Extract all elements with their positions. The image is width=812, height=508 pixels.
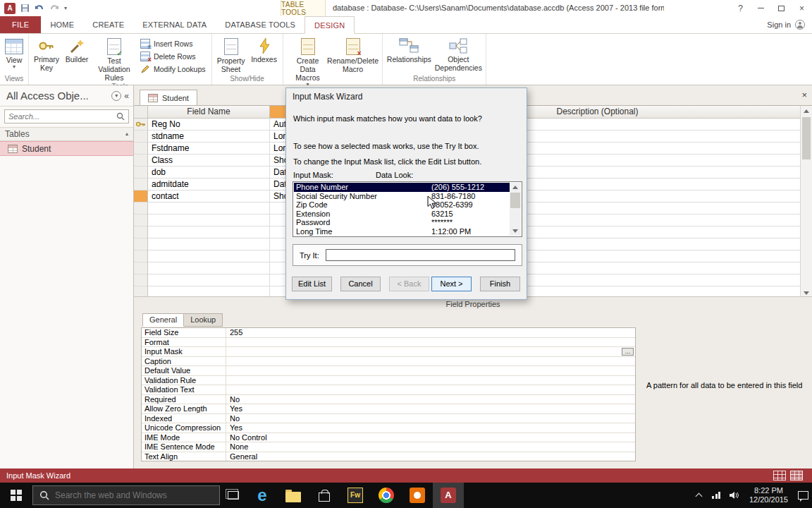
help-icon[interactable]: ? xyxy=(730,0,751,16)
field-name-cell[interactable]: Class xyxy=(148,155,270,167)
row-selector[interactable] xyxy=(134,119,148,131)
taskbar-search-box[interactable] xyxy=(32,485,220,505)
nav-group-tables[interactable]: Tables ▴ xyxy=(0,127,133,141)
object-dependencies-button[interactable]: Object Dependencies xyxy=(433,35,483,72)
property-sheet-button[interactable]: Property Sheet xyxy=(215,35,247,73)
edit-list-button[interactable]: Edit List xyxy=(292,277,332,291)
property-row[interactable]: RequiredNo xyxy=(142,395,635,405)
mask-option-ssn[interactable]: Social Security Number831-86-7180 xyxy=(294,192,510,201)
taskbar-clock[interactable]: 8:22 PM 12/20/2015 xyxy=(743,486,794,504)
property-row[interactable]: Unicode CompressionYes xyxy=(142,423,635,433)
primary-key-button[interactable]: Primary Key xyxy=(32,35,61,72)
maximize-icon[interactable] xyxy=(771,0,792,16)
network-icon[interactable] xyxy=(708,483,725,508)
redo-icon[interactable] xyxy=(49,4,59,13)
file-explorer-taskbar-button[interactable] xyxy=(278,483,309,508)
mask-option-password[interactable]: Password******* xyxy=(294,218,510,227)
edge-taskbar-button[interactable]: e xyxy=(247,483,278,508)
nav-item-student[interactable]: Student xyxy=(0,141,133,156)
minimize-icon[interactable] xyxy=(751,0,771,16)
property-row[interactable]: Field Size255 xyxy=(142,328,635,338)
nav-search-input[interactable] xyxy=(8,112,116,121)
store-taskbar-button[interactable] xyxy=(309,483,340,508)
finish-button[interactable]: Finish xyxy=(480,277,520,291)
field-name-cell[interactable]: Fstdname xyxy=(148,143,270,155)
property-row[interactable]: Validation Rule xyxy=(142,376,635,386)
insert-rows-button[interactable]: ≡ Insert Rows xyxy=(140,39,206,49)
scroll-up-icon[interactable] xyxy=(510,183,521,192)
tray-chevron-up-icon[interactable] xyxy=(690,483,708,508)
cancel-button[interactable]: Cancel xyxy=(340,277,381,291)
property-row[interactable]: Format xyxy=(142,338,635,348)
tab-design[interactable]: DESIGN xyxy=(304,16,355,34)
list-scrollbar[interactable] xyxy=(510,183,521,236)
tab-lookup[interactable]: Lookup xyxy=(183,313,223,327)
property-row[interactable]: Caption xyxy=(142,357,635,367)
document-close-icon[interactable]: × xyxy=(801,90,807,99)
test-validation-rules-button[interactable]: ✓ Test Validation Rules xyxy=(92,35,136,82)
tab-external-data[interactable]: EXTERNAL DATA xyxy=(133,16,216,33)
nav-search-box[interactable] xyxy=(4,109,129,123)
tab-create[interactable]: CREATE xyxy=(83,16,133,33)
taskbar-search-input[interactable] xyxy=(55,490,213,500)
scrollbar-thumb[interactable] xyxy=(802,117,811,159)
property-row-input-mask[interactable]: Input Mask... xyxy=(142,347,635,357)
view-button[interactable]: View ▾ xyxy=(3,35,25,70)
scroll-down-icon[interactable] xyxy=(510,226,521,236)
tab-database-tools[interactable]: DATABASE TOOLS xyxy=(216,16,304,33)
chrome-taskbar-button[interactable] xyxy=(371,483,402,508)
field-name-cell[interactable]: admitdate xyxy=(148,179,270,190)
create-data-macros-button[interactable]: Create Data Macros ▾ xyxy=(286,35,330,87)
property-row[interactable]: Text AlignGeneral xyxy=(142,452,635,461)
next-button[interactable]: Next > xyxy=(431,277,472,291)
property-row[interactable]: Default Value xyxy=(142,366,635,376)
volume-icon[interactable] xyxy=(725,483,743,508)
row-selector[interactable] xyxy=(134,167,148,179)
delete-rows-button[interactable]: × Delete Rows xyxy=(140,52,206,61)
row-selector[interactable] xyxy=(134,179,148,190)
row-selector[interactable] xyxy=(134,131,148,143)
tab-file[interactable]: FILE xyxy=(0,16,41,33)
builder-ellipsis-button[interactable]: ... xyxy=(622,348,634,356)
document-tab-student[interactable]: Student xyxy=(140,90,197,105)
nav-menu-chevron-icon[interactable]: ▾ xyxy=(111,91,121,101)
mask-option-long-time[interactable]: Long Time1:12:00 PM xyxy=(294,227,510,236)
vertical-scrollbar[interactable] xyxy=(800,106,812,298)
row-selector-current[interactable] xyxy=(134,190,148,202)
action-center-icon[interactable] xyxy=(794,483,812,508)
save-icon[interactable] xyxy=(20,4,30,13)
design-view-icon[interactable] xyxy=(790,471,803,480)
scroll-up-icon[interactable] xyxy=(801,106,812,116)
task-view-button[interactable] xyxy=(220,483,247,508)
tab-general[interactable]: General xyxy=(142,313,184,327)
access-taskbar-button[interactable]: A xyxy=(433,483,464,508)
field-name-cell[interactable]: dob xyxy=(148,167,270,179)
customize-qat-icon[interactable]: ▾ xyxy=(64,6,67,11)
builder-button[interactable]: Builder xyxy=(63,35,91,64)
field-name-cell[interactable]: contact xyxy=(148,190,270,202)
datasheet-view-icon[interactable] xyxy=(773,471,786,480)
property-row[interactable]: Validation Text xyxy=(142,385,635,395)
field-name-cell[interactable]: Reg No xyxy=(148,119,270,131)
tab-home[interactable]: HOME xyxy=(41,16,83,33)
field-name-cell[interactable]: stdname xyxy=(148,131,270,143)
mask-option-zip-code[interactable]: Zip Code98052-6399 xyxy=(294,200,510,210)
rename-delete-macro-button[interactable]: × Rename/Delete Macro xyxy=(331,35,375,73)
relationships-button[interactable]: Relationships xyxy=(386,35,432,64)
try-it-input[interactable] xyxy=(326,249,515,261)
mask-option-extension[interactable]: Extension63215 xyxy=(294,210,510,219)
modify-lookups-button[interactable]: Modify Lookups xyxy=(140,64,206,74)
shutter-bar-icon[interactable]: « xyxy=(124,91,129,101)
row-selector[interactable] xyxy=(134,143,148,155)
mask-option-phone-number[interactable]: Phone Number(206) 555-1212 xyxy=(294,183,510,192)
property-row[interactable]: IndexedNo xyxy=(142,414,635,424)
property-row[interactable]: IME Sentence ModeNone xyxy=(142,442,635,452)
sign-in[interactable]: Sign in xyxy=(767,16,812,33)
start-button[interactable] xyxy=(0,483,32,508)
powerpoint-taskbar-button[interactable] xyxy=(402,483,433,508)
property-row[interactable]: Allow Zero LengthYes xyxy=(142,404,635,414)
fireworks-taskbar-button[interactable]: Fw xyxy=(340,483,371,508)
undo-icon[interactable] xyxy=(35,4,44,13)
property-row[interactable]: IME ModeNo Control xyxy=(142,433,635,443)
indexes-button[interactable]: Indexes xyxy=(249,35,280,64)
